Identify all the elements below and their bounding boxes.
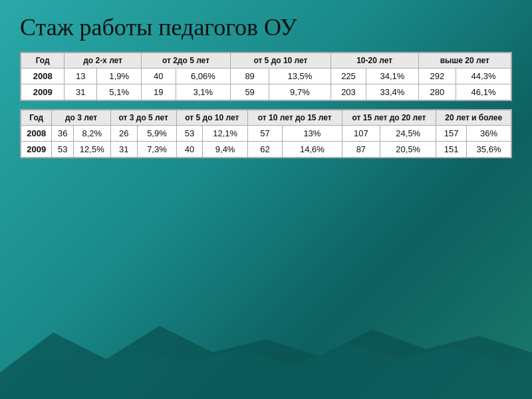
t1-r1-c3p: 13,5% <box>269 68 331 84</box>
t2-r2-c1n: 53 <box>52 142 74 158</box>
table2: Год до 3 лет от 3 до 5 лет от 5 до 10 ле… <box>21 110 511 158</box>
t1-r2-c5p: 46,1% <box>456 84 511 100</box>
t2-r2-c2n: 31 <box>110 142 137 158</box>
t1-r2-c1p: 5,1% <box>97 84 141 100</box>
t2-r1-c3p: 12,1% <box>203 126 248 142</box>
t1-r1-c4p: 34,1% <box>366 68 418 84</box>
t1-r2-c1n: 31 <box>65 84 97 100</box>
table1: Год до 2-х лет от 2до 5 лет от 5 до 10 л… <box>21 53 511 100</box>
t2-r1-c6n: 157 <box>436 126 467 142</box>
t2-r2-c4n: 62 <box>247 142 282 158</box>
t2-r1-year: 2008 <box>21 126 52 142</box>
t2-r2-c3n: 40 <box>176 142 202 158</box>
table1-container: Год до 2-х лет от 2до 5 лет от 5 до 10 л… <box>20 52 512 101</box>
t2-header-col4: от 10 лет до 15 лет <box>247 110 342 126</box>
t1-r1-c2p: 6,06% <box>176 68 231 84</box>
t1-r1-c1n: 13 <box>65 68 97 84</box>
t1-header-year: Год <box>21 53 65 68</box>
t1-header-col5: выше 20 лет <box>418 53 511 68</box>
t2-r1-c1n: 36 <box>52 126 74 142</box>
t1-r2-c3n: 59 <box>231 84 269 100</box>
t2-r1-c6p: 36% <box>467 126 511 142</box>
t1-r2-c4p: 33,4% <box>366 84 418 100</box>
t1-header-col3: от 5 до 10 лет <box>231 53 331 68</box>
table-row: 2008 36 8,2% 26 5,9% 53 12,1% 57 13% 107… <box>21 126 511 142</box>
t1-r2-c3p: 9,7% <box>269 84 331 100</box>
t1-r1-c3n: 89 <box>231 68 269 84</box>
t2-header-col2: от 3 до 5 лет <box>110 110 176 126</box>
t2-r1-c2p: 5,9% <box>138 126 177 142</box>
t1-r1-c5p: 44,3% <box>456 68 511 84</box>
table-row: 2009 31 5,1% 19 3,1% 59 9,7% 203 33,4% 2… <box>21 84 511 100</box>
t2-r2-year: 2009 <box>21 142 52 158</box>
t2-r1-c5n: 107 <box>342 126 380 142</box>
t2-r1-c1p: 8,2% <box>73 126 110 142</box>
table2-container: Год до 3 лет от 3 до 5 лет от 5 до 10 ле… <box>20 109 512 158</box>
t2-r2-c6n: 151 <box>436 142 467 158</box>
t2-header-col3: от 5 до 10 лет <box>176 110 247 126</box>
t1-header-col4: 10-20 лет <box>331 53 418 68</box>
t1-r1-c1p: 1,9% <box>97 68 141 84</box>
t2-r1-c4n: 57 <box>247 126 282 142</box>
page-title: Стаж работы педагогов ОУ <box>20 13 512 41</box>
table-row: 2009 53 12,5% 31 7,3% 40 9,4% 62 14,6% 8… <box>21 142 511 158</box>
table-row: 2008 13 1,9% 40 6,06% 89 13,5% 225 34,1%… <box>21 68 511 84</box>
t2-r1-c4p: 13% <box>283 126 342 142</box>
t1-r2-year: 2009 <box>21 84 65 100</box>
t2-r2-c4p: 14,6% <box>283 142 342 158</box>
t2-header-col5: от 15 лет до 20 лет <box>342 110 436 126</box>
t2-header-col1: до 3 лет <box>52 110 110 126</box>
t1-r1-c2n: 40 <box>141 68 176 84</box>
t2-r2-c2p: 7,3% <box>138 142 177 158</box>
t1-r2-c5n: 280 <box>418 84 456 100</box>
t1-r1-c5n: 292 <box>418 68 456 84</box>
t1-r1-c4n: 225 <box>331 68 366 84</box>
t2-header-col6: 20 лет и более <box>436 110 511 126</box>
t2-r1-c2n: 26 <box>110 126 137 142</box>
t2-r2-c1p: 12,5% <box>73 142 110 158</box>
t1-r2-c2n: 19 <box>141 84 176 100</box>
t2-r2-c5p: 20,5% <box>380 142 436 158</box>
t2-r2-c6p: 35,6% <box>467 142 511 158</box>
t1-header-col2: от 2до 5 лет <box>141 53 230 68</box>
t2-r2-c5n: 87 <box>342 142 380 158</box>
t1-r2-c4n: 203 <box>331 84 366 100</box>
t2-header-year: Год <box>21 110 52 126</box>
t1-r1-year: 2008 <box>21 68 65 84</box>
t1-r2-c2p: 3,1% <box>176 84 231 100</box>
t2-r1-c5p: 24,5% <box>380 126 436 142</box>
t2-r1-c3n: 53 <box>176 126 202 142</box>
t1-header-col1: до 2-х лет <box>65 53 142 68</box>
t2-r2-c3p: 9,4% <box>203 142 248 158</box>
